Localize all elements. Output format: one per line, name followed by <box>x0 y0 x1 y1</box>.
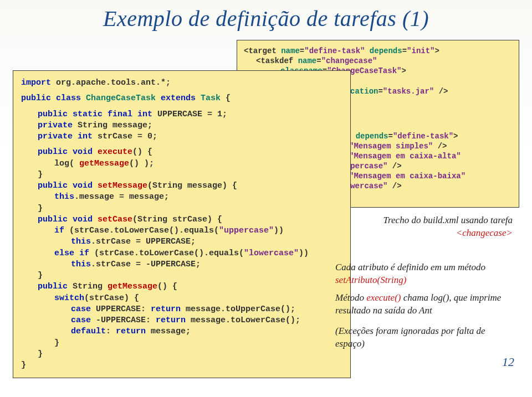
code-line: public void setMessage(String message) { <box>21 181 342 192</box>
code-line: <taskdef name="changecase" <box>244 56 512 66</box>
code-line: default: return message; <box>21 326 342 337</box>
code-line: this.message = message; <box>21 192 342 203</box>
code-line: this.strCase = -UPPERCASE; <box>21 259 342 270</box>
code-line: case -UPPERCASE: return message.toLowerC… <box>21 315 342 326</box>
code-line: log( getMessage() ); <box>21 158 342 169</box>
code-line: } <box>21 338 342 349</box>
code-line: public static final int UPPERCASE = 1; <box>21 109 342 120</box>
code-line: this.strCase = UPPERCASE; <box>21 236 342 248</box>
content-area: <target name="define-task" depends="init… <box>11 40 521 372</box>
code-line: case UPPERCASE: return message.toUpperCa… <box>21 304 342 315</box>
code-line: private int strCase = 0; <box>21 131 342 142</box>
code-line: } <box>21 360 342 371</box>
code-line: <target name="define-task" depends="init… <box>244 46 512 56</box>
page-number: 12 <box>502 355 514 369</box>
code-line: import org.apache.tools.ant.*; <box>21 78 342 89</box>
code-line: public void execute() { <box>21 147 342 158</box>
code-line: switch(strCase) { <box>21 293 342 304</box>
annotation-exception: (Exceções foram ignoradas por falta de e… <box>335 325 513 350</box>
code-line: private String message; <box>21 120 342 131</box>
annotation-trecho: Trecho do build.xml usando tarefa <chang… <box>346 214 513 240</box>
code-line: public void setCase(String strCase) { <box>21 214 342 225</box>
java-code-block: import org.apache.tools.ant.*; public cl… <box>13 70 351 378</box>
code-line: } <box>21 203 342 214</box>
code-line: public String getMessage() { <box>21 281 342 292</box>
spacer <box>21 105 342 109</box>
code-line: else if (strCase.toLowerCase().equals("l… <box>21 248 342 259</box>
code-line: } <box>21 270 342 281</box>
code-line: } <box>21 349 342 360</box>
annotation-atributo: Cada atributo é definido em um método se… <box>335 261 513 287</box>
code-line: } <box>21 169 342 181</box>
code-line: public class ChangeCaseTask extends Task… <box>21 93 342 104</box>
spacer <box>21 89 342 93</box>
slide-container: Exemplo de definição de tarefas (1) <tar… <box>0 0 532 397</box>
code-line: if (strCase.toLowerCase().equals("upperc… <box>21 225 342 236</box>
annotation-execute: Método execute() chama log(), que imprim… <box>335 292 513 317</box>
slide-title: Exemplo de definição de tarefas (1) <box>11 6 521 32</box>
spacer <box>21 142 342 147</box>
